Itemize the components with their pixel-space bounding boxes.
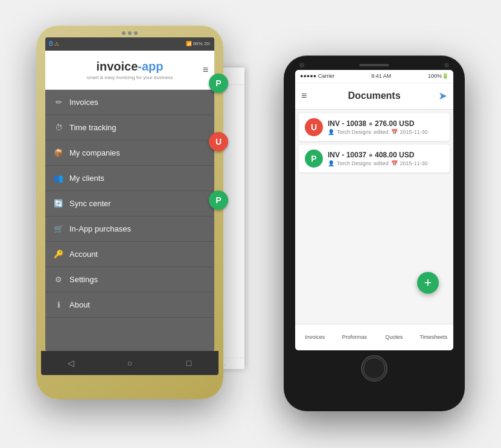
android-nav-bar: ◁ ○ □ bbox=[41, 351, 219, 375]
menu-item-time-tracking[interactable]: ⏱ Time tracking bbox=[45, 115, 214, 140]
battery-status: 100%🔋 bbox=[428, 73, 448, 79]
badge-container: P U P bbox=[209, 74, 228, 210]
invoice-info-2: INV - 10037 ● 408.00 USD 👤 Torch Designs… bbox=[328, 151, 444, 166]
menu-item-invoices[interactable]: ✏ Invoices bbox=[45, 90, 214, 115]
home-button[interactable]: ○ bbox=[123, 356, 137, 370]
iphone-header: ≡ Documents ➤ bbox=[295, 83, 453, 110]
menu-item-sync[interactable]: 🔄 Sync center bbox=[45, 191, 214, 216]
menu-item-label: About bbox=[69, 300, 90, 309]
app-header: invoice-app smart & easy invoicing for y… bbox=[45, 51, 214, 90]
time-tracking-icon: ⏱ bbox=[54, 123, 63, 132]
menu-item-label: Invoices bbox=[69, 98, 98, 107]
tab-quotes[interactable]: Quotes bbox=[374, 332, 414, 342]
badge-u: U bbox=[209, 132, 228, 151]
invoice-sub-1: 👤 Torch Designs edited 📅 2015-11-30 bbox=[328, 129, 444, 135]
menu-item-clients[interactable]: 👥 My clients bbox=[45, 166, 214, 191]
iphone-content: U INV - 10038 ● 276.00 USD 👤 Torch Desig… bbox=[295, 110, 453, 324]
menu-item-settings[interactable]: ⚙ Settings bbox=[45, 267, 214, 292]
fab-plus-icon: + bbox=[424, 275, 432, 291]
menu-item-purchases[interactable]: 🛒 In-App purchases bbox=[45, 216, 214, 242]
sensor bbox=[444, 63, 449, 68]
calendar-icon: 📅 bbox=[391, 129, 398, 135]
iphone: ●●●●● Carrier 9:41 AM 100%🔋 ≡ Documents … bbox=[284, 55, 465, 411]
logo-dash: - bbox=[138, 60, 142, 73]
menu-item-account[interactable]: 🔑 Account bbox=[45, 242, 214, 267]
android-phone: B ⚠ 📶 96% 20: invoice-app smart & easy bbox=[36, 25, 223, 399]
invoices-icon: ✏ bbox=[54, 98, 63, 107]
logo-subtitle: smart & easy invoicing for your business bbox=[86, 75, 173, 80]
android-screen-content: B ⚠ 📶 96% 20: invoice-app smart & easy bbox=[45, 37, 214, 351]
menu-item-label: Time tracking bbox=[69, 123, 116, 132]
time-text: 9:41 AM bbox=[371, 73, 391, 79]
sync-icon: 🔄 bbox=[54, 199, 63, 208]
menu-item-label: Sync center bbox=[69, 199, 111, 208]
settings-icon: ⚙ bbox=[54, 275, 63, 284]
signal-icon: 📶 bbox=[186, 41, 192, 46]
iphone-bottom-tabs: Invoices Proformas Quotes Timesheets bbox=[295, 324, 453, 350]
invoice-badge-u: U bbox=[305, 118, 323, 136]
menu-item-label: My companies bbox=[69, 148, 120, 157]
iphone-screen: ●●●●● Carrier 9:41 AM 100%🔋 ≡ Documents … bbox=[295, 70, 453, 350]
status-icons-right: 📶 96% 20: bbox=[186, 41, 211, 46]
invoice-badge-p: P bbox=[305, 150, 323, 168]
iphone-speaker bbox=[359, 64, 389, 66]
b-icon: B bbox=[49, 40, 53, 47]
android-status-bar: B ⚠ 📶 96% 20: bbox=[45, 37, 214, 51]
fab-button[interactable]: + bbox=[417, 272, 439, 294]
purchases-icon: 🛒 bbox=[54, 224, 63, 233]
invoice-title-2: INV - 10037 ● 408.00 USD bbox=[328, 151, 444, 159]
iphone-header-title: Documents bbox=[348, 90, 400, 101]
menu-list: ✏ Invoices ⏱ Time tracking 📦 My companie… bbox=[45, 90, 214, 351]
calendar-icon-2: 📅 bbox=[391, 160, 398, 166]
person-icon: 👤 bbox=[328, 129, 334, 135]
menu-item-companies[interactable]: 📦 My companies bbox=[45, 140, 214, 166]
invoice-item-2[interactable]: P INV - 10037 ● 408.00 USD 👤 Torch Desig… bbox=[299, 145, 450, 172]
tab-timesheets[interactable]: Timesheets bbox=[414, 332, 454, 342]
logo-invoice: invoice bbox=[96, 60, 138, 73]
logo-app: app bbox=[142, 60, 164, 73]
back-button[interactable]: ◁ bbox=[63, 356, 78, 370]
account-icon: 🔑 bbox=[54, 250, 63, 259]
iphone-home-inner bbox=[363, 358, 385, 379]
invoice-item-1[interactable]: U INV - 10038 ● 276.00 USD 👤 Torch Desig… bbox=[299, 113, 450, 141]
carrier-text: ●●●●● Carrier bbox=[300, 73, 334, 79]
iphone-home-button[interactable] bbox=[361, 355, 388, 382]
tab-proformas[interactable]: Proformas bbox=[335, 332, 375, 342]
battery-text: 96% 20: bbox=[193, 41, 211, 46]
tab-invoices[interactable]: Invoices bbox=[295, 332, 335, 342]
recents-button[interactable]: □ bbox=[182, 356, 196, 370]
badge-p-top: P bbox=[209, 74, 228, 93]
iphone-send-button[interactable]: ➤ bbox=[438, 89, 447, 103]
menu-item-label: Settings bbox=[69, 275, 98, 284]
warning-icon: ⚠ bbox=[54, 41, 59, 47]
logo-text: invoice-app bbox=[96, 60, 163, 74]
iphone-menu-button[interactable]: ≡ bbox=[301, 90, 307, 101]
menu-item-about[interactable]: ℹ About bbox=[45, 292, 214, 318]
menu-item-label: Account bbox=[69, 250, 98, 259]
badge-p-bottom: P bbox=[209, 191, 228, 210]
android-screen: B ⚠ 📶 96% 20: invoice-app smart & easy bbox=[45, 37, 214, 351]
invoice-title-1: INV - 10038 ● 276.00 USD bbox=[328, 119, 444, 128]
invoice-sub-2: 👤 Torch Designs edited 📅 2015-11-30 bbox=[328, 160, 444, 166]
status-icons-left: B ⚠ bbox=[49, 40, 59, 47]
clients-icon: 👥 bbox=[54, 174, 63, 183]
logo-container: invoice-app smart & easy invoicing for y… bbox=[86, 60, 173, 80]
hamburger-icon[interactable]: ≡ bbox=[203, 65, 208, 75]
front-camera bbox=[299, 63, 304, 68]
iphone-status-bar: ●●●●● Carrier 9:41 AM 100%🔋 bbox=[295, 70, 453, 83]
companies-icon: 📦 bbox=[54, 148, 63, 157]
menu-item-label: In-App purchases bbox=[69, 224, 131, 233]
about-icon: ℹ bbox=[54, 300, 63, 309]
menu-item-label: My clients bbox=[69, 174, 104, 183]
person-icon-2: 👤 bbox=[328, 160, 334, 166]
invoice-info-1: INV - 10038 ● 276.00 USD 👤 Torch Designs… bbox=[328, 119, 444, 135]
phones-container: ≡ Invoice... B ⚠ 📶 96% 20: bbox=[24, 19, 477, 429]
